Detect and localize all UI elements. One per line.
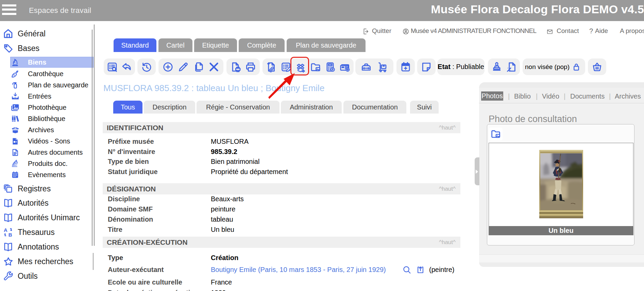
svg-text:B: B <box>9 232 12 237</box>
svg-text:A: A <box>4 227 7 233</box>
